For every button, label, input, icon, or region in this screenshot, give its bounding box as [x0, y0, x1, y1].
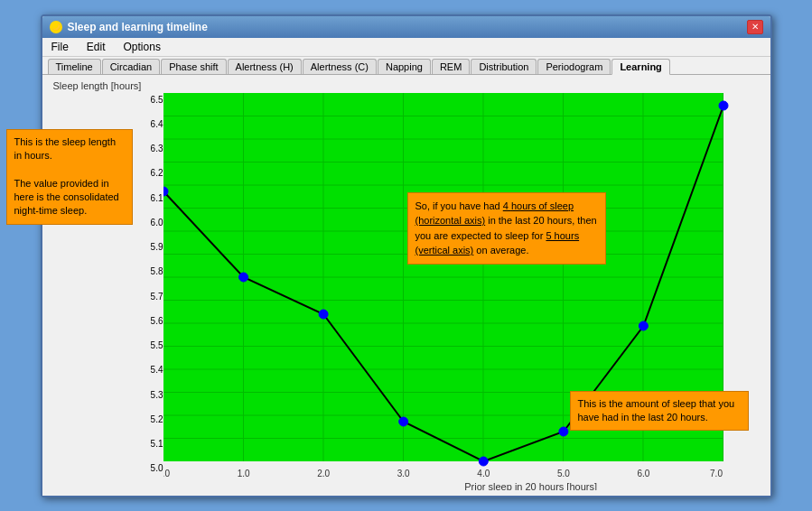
chart-area: Sleep length [hours] This is the sleep l… — [42, 75, 770, 496]
y-tick-6_4: 6.4 — [135, 119, 163, 129]
x-tick-5: 5.0 — [556, 469, 569, 478]
y-tick-5_7: 5.7 — [135, 292, 163, 302]
tab-rem[interactable]: REM — [432, 59, 470, 74]
y-tick-5_5: 5.5 — [135, 340, 163, 350]
x-tick-6: 6.0 — [637, 469, 649, 478]
menu-options[interactable]: Options — [120, 40, 164, 54]
window-title: Sleep and learning timeline — [68, 21, 208, 33]
data-point-3 — [398, 417, 407, 426]
y-tick-5_3: 5.3 — [135, 390, 163, 400]
x-axis-label: Prior sleep in 20 hours [hours] — [464, 481, 597, 490]
y-tick-5_2: 5.2 — [135, 414, 163, 424]
tab-phase-shift[interactable]: Phase shift — [161, 59, 226, 74]
tooltip-left: This is the sleep length in hours. The v… — [6, 129, 133, 225]
y-axis-label: Sleep length [hours] — [48, 79, 765, 93]
data-point-4 — [479, 457, 488, 466]
tab-circadian[interactable]: Circadian — [102, 59, 160, 74]
y-tick-5_6: 5.6 — [135, 316, 163, 326]
x-tick-1: 1.0 — [237, 469, 249, 478]
tab-bar: Timeline Circadian Phase shift Alertness… — [42, 57, 770, 75]
y-tick-6_5: 6.5 — [135, 95, 163, 105]
close-button[interactable]: ✕ — [747, 20, 763, 34]
tab-periodogram[interactable]: Periodogram — [537, 59, 611, 74]
y-tick-6_3: 6.3 — [135, 144, 163, 153]
y-tick-6_2: 6.2 — [135, 168, 163, 178]
tooltip-bottom-text: This is the amount of sleep that you hav… — [578, 398, 735, 423]
tooltip-bottom-right: This is the amount of sleep that you hav… — [570, 391, 749, 432]
tab-napping[interactable]: Napping — [378, 59, 431, 74]
menu-file[interactable]: File — [48, 40, 72, 54]
x-tick-4: 4.0 — [477, 469, 490, 478]
x-tick-2: 2.0 — [317, 469, 330, 478]
y-tick-5_1: 5.1 — [135, 439, 163, 449]
y-tick-6_0: 6.0 — [135, 218, 163, 228]
x-tick-3: 3.0 — [397, 469, 409, 478]
main-window: 🌙 Sleep and learning timeline ✕ File Edi… — [41, 14, 772, 497]
tooltip-left-line2: The value provided in here is the consol… — [14, 178, 119, 217]
title-bar-left: 🌙 Sleep and learning timeline — [50, 21, 208, 33]
data-point-5 — [558, 427, 567, 436]
data-point-7 — [719, 101, 728, 110]
menu-edit[interactable]: Edit — [83, 40, 109, 54]
tab-alertness-h[interactable]: Alertness (H) — [228, 59, 302, 74]
tab-distribution[interactable]: Distribution — [471, 59, 537, 74]
y-tick-5_4: 5.4 — [135, 365, 163, 375]
data-point-2 — [319, 310, 328, 319]
tab-learning[interactable]: Learning — [611, 59, 669, 75]
y-tick-5_9: 5.9 — [135, 242, 163, 252]
y-tick-5_8: 5.8 — [135, 266, 163, 276]
data-point-1 — [238, 273, 247, 282]
x-tick-7: 7.0 — [710, 469, 723, 478]
y-tick-5_0: 5.0 — [135, 463, 163, 473]
tab-alertness-c[interactable]: Alertness (C) — [303, 59, 377, 74]
data-point-6 — [639, 321, 648, 330]
tooltip-center: So, if you have had 4 hours of sleep (ho… — [407, 192, 606, 265]
y-tick-6_1: 6.1 — [135, 193, 163, 203]
app-icon: 🌙 — [50, 21, 62, 33]
tooltip-left-line1: This is the sleep length in hours. — [14, 136, 117, 161]
tab-timeline[interactable]: Timeline — [48, 59, 101, 74]
menu-bar: File Edit Options — [42, 38, 770, 57]
title-bar: 🌙 Sleep and learning timeline ✕ — [42, 16, 770, 38]
x-tick-0: 0.0 — [163, 469, 170, 478]
